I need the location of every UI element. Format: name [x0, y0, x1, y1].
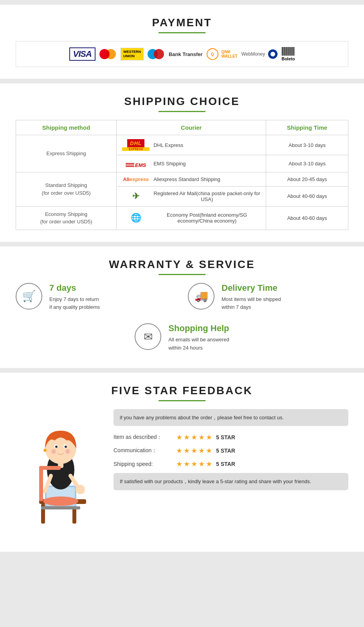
post-name: Registered Air Mail(china post/e packet-…	[153, 190, 260, 202]
speech-bubble-top: if you have any problems about the order…	[114, 409, 348, 426]
col-method: Shipping method	[16, 120, 117, 135]
star-icon: ★	[198, 460, 205, 468]
svg-point-13	[55, 446, 58, 448]
un-logo: 🌐	[122, 213, 150, 223]
star-icon: ★	[184, 460, 190, 468]
visa-logo: VISA	[69, 47, 96, 61]
truck-icon-circle: 🚚	[188, 283, 214, 310]
ems-logo: EMS	[126, 162, 146, 168]
warranty-underline	[159, 274, 205, 275]
star-icon: ★	[184, 446, 190, 455]
payment-underline	[159, 32, 205, 33]
ems-name: EMS Shipping	[153, 161, 186, 167]
star-icon: ★	[206, 460, 212, 468]
warranty-help: ✉ Shopping Help All emails will be answe…	[135, 323, 229, 352]
dhl-name: DHL Express	[153, 142, 183, 148]
star-icon: ★	[176, 460, 182, 468]
table-row: Express Shipping DHL EXPRESS DHL Express…	[16, 135, 348, 155]
dhl-time: About 3-10 days	[266, 135, 348, 155]
help-text: Shopping Help All emails will be answere…	[168, 323, 229, 352]
china-post-logo: ✈	[122, 191, 150, 201]
delivery-text: Delivery Time Most items will be shipped…	[222, 283, 281, 312]
shipping-section: SHIPPING CHOICE Shipping method Courier …	[0, 83, 364, 242]
col-time: Shipping Time	[266, 120, 348, 135]
warranty-grid: 🛒 7 days Enjoy 7 days to returnif any qu…	[16, 283, 348, 312]
shipping-title: SHIPPING CHOICE	[16, 95, 348, 108]
economy-name: Economy Post(finland economy/SG economy/…	[153, 212, 260, 224]
star-icon: ★	[184, 433, 190, 442]
star-icon: ★	[176, 446, 182, 455]
payment-section: PAYMENT VISA WESTERNUNION Bank Transfer …	[0, 5, 364, 79]
economy-row: 🌐 Economy Post(finland economy/SG econom…	[117, 206, 266, 230]
rating-row-1: Communication： ★ ★ ★ ★ ★ 5 STAR	[114, 446, 348, 455]
delivery-heading: Delivery Time	[222, 283, 281, 293]
star-value-2: 5 STAR	[216, 461, 235, 467]
star-icon: ★	[198, 433, 205, 442]
star-icon: ★	[191, 433, 197, 442]
warranty-title: WARRANTY & SERVICE	[16, 258, 348, 271]
express-method: Express Shipping	[16, 135, 117, 172]
svg-point-15	[51, 449, 56, 454]
feedback-underline	[159, 400, 205, 401]
stars-0: ★ ★ ★ ★ ★	[176, 433, 212, 442]
feedback-illustration	[16, 409, 102, 536]
boleto-logo: Boleto	[281, 47, 295, 61]
svg-rect-5	[41, 506, 80, 509]
warranty-help-row: ✉ Shopping Help All emails will be answe…	[16, 323, 348, 352]
table-row: Standard Shipping(for order over USD5) A…	[16, 172, 348, 186]
ali-row: Aliexpress Aliexpress Standard Shipping	[117, 172, 266, 186]
star-icon: ★	[198, 446, 205, 455]
feedback-title: FIVE STAR FEEDBACK	[16, 384, 348, 397]
economy-method: Economy Shipping(for order under USD5)	[16, 206, 117, 230]
feedback-content: if you have any problems about the order…	[16, 409, 348, 536]
svg-rect-20	[39, 466, 61, 470]
ems-row: EMS EMS Shipping	[117, 155, 266, 172]
star-value-0: 5 STAR	[216, 434, 235, 440]
webmoney-logo: WebMoney	[241, 49, 278, 59]
economy-time: About 40-60 days	[266, 206, 348, 230]
svg-point-21	[43, 497, 78, 506]
speech-bottom-text: If satisfied with our products，kindly le…	[120, 478, 311, 484]
mastercard-logo	[99, 48, 117, 60]
svg-point-9	[76, 485, 85, 494]
star-value-1: 5 STAR	[216, 448, 235, 454]
mail-icon-circle: ✉	[135, 323, 161, 350]
svg-rect-19	[39, 466, 43, 501]
shipping-underline	[159, 111, 205, 112]
star-icon: ★	[206, 446, 212, 455]
cart-icon-circle: 🛒	[16, 283, 42, 310]
dhl-logo: DHL EXPRESS	[122, 139, 150, 151]
col-courier: Courier	[117, 120, 266, 135]
star-icon: ★	[176, 433, 182, 442]
speech-top-text: if you have any problems about the order…	[120, 415, 284, 420]
star-icon: ★	[191, 460, 197, 468]
qiwi-logo: Q QIWI WALLET	[207, 48, 238, 60]
ali-time: About 20-45 days	[266, 172, 348, 186]
standard-method: Standard Shipping(for order over USD5)	[16, 172, 117, 206]
returns-heading: 7 days	[49, 283, 100, 293]
stars-1: ★ ★ ★ ★ ★	[176, 446, 212, 455]
dhl-row: DHL EXPRESS DHL Express	[117, 135, 266, 155]
returns-text: 7 days Enjoy 7 days to returnif any qual…	[49, 283, 100, 312]
warranty-section: WARRANTY & SERVICE 🛒 7 days Enjoy 7 days…	[0, 246, 364, 368]
rating-label-0: Item as described：	[114, 434, 172, 441]
post-time: About 40-60 days	[266, 186, 348, 206]
rating-label-2: Shipping speed:	[114, 461, 172, 467]
post-row: ✈ Registered Air Mail(china post/e packe…	[117, 186, 266, 206]
rating-label-1: Communication：	[114, 447, 172, 454]
maestro-red-circle	[154, 49, 164, 59]
aliexpress-logo: Aliexpress	[122, 176, 150, 182]
mail-icon: ✉	[144, 330, 153, 343]
bank-transfer-logo: Bank Transfer	[169, 51, 203, 57]
warranty-delivery: 🚚 Delivery Time Most items will be shipp…	[188, 283, 348, 312]
warranty-returns: 🛒 7 days Enjoy 7 days to returnif any qu…	[16, 283, 176, 312]
table-row: Economy Shipping(for order under USD5) 🌐…	[16, 206, 348, 230]
speech-bubble-bottom: If satisfied with our products，kindly le…	[114, 473, 348, 490]
svg-point-17	[43, 449, 47, 452]
ems-time: About 3-10 days	[266, 155, 348, 172]
shipping-table: Shipping method Courier Shipping Time Ex…	[16, 120, 348, 230]
svg-point-14	[65, 446, 67, 448]
star-icon: ★	[191, 446, 197, 455]
ali-name: Aliexpress Standard Shipping	[153, 176, 220, 182]
returns-desc: Enjoy 7 days to returnif any quality pro…	[49, 295, 100, 312]
